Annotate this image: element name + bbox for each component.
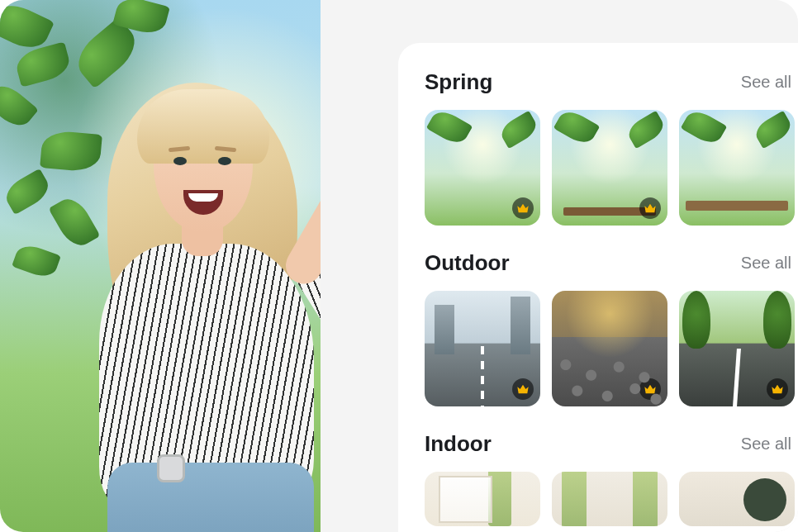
premium-badge xyxy=(639,378,661,400)
background-thumbnail[interactable] xyxy=(552,291,667,406)
thumbnail-row xyxy=(425,291,798,406)
crown-icon xyxy=(516,202,530,214)
thumbnail-row xyxy=(425,110,798,226)
section-title: Spring xyxy=(425,69,492,95)
see-all-link[interactable]: See all xyxy=(741,73,791,92)
premium-badge xyxy=(512,378,534,400)
section-outdoor: Outdoor See all xyxy=(425,250,798,406)
background-thumbnail[interactable] xyxy=(552,472,667,526)
section-title: Indoor xyxy=(425,431,492,457)
section-indoor: Indoor See all xyxy=(425,431,798,526)
section-title: Outdoor xyxy=(425,250,510,276)
background-thumbnail[interactable] xyxy=(425,291,540,406)
section-header: Spring See all xyxy=(425,69,798,95)
crown-icon xyxy=(516,383,530,395)
thumbnail-row xyxy=(425,472,798,526)
background-thumbnail[interactable] xyxy=(425,110,540,226)
background-thumbnail[interactable] xyxy=(679,110,795,226)
app-root: Spring See all xyxy=(0,0,798,532)
background-thumbnail[interactable] xyxy=(679,291,795,406)
background-thumbnail[interactable] xyxy=(552,110,667,226)
see-all-link[interactable]: See all xyxy=(741,435,791,454)
background-thumbnail[interactable] xyxy=(425,472,540,526)
crown-icon xyxy=(644,202,657,214)
see-all-link[interactable]: See all xyxy=(741,254,791,273)
premium-badge xyxy=(512,197,534,219)
section-header: Outdoor See all xyxy=(425,250,798,276)
crown-icon xyxy=(771,383,784,395)
section-header: Indoor See all xyxy=(425,431,798,457)
crown-icon xyxy=(644,383,657,395)
background-panel: Spring See all xyxy=(398,43,798,532)
premium-badge xyxy=(639,197,661,219)
section-spring: Spring See all xyxy=(425,69,798,226)
preview-subject xyxy=(58,50,321,532)
background-picker: Spring See all xyxy=(321,0,798,532)
preview-pane xyxy=(0,0,321,532)
premium-badge xyxy=(767,378,788,400)
background-thumbnail[interactable] xyxy=(679,472,795,526)
